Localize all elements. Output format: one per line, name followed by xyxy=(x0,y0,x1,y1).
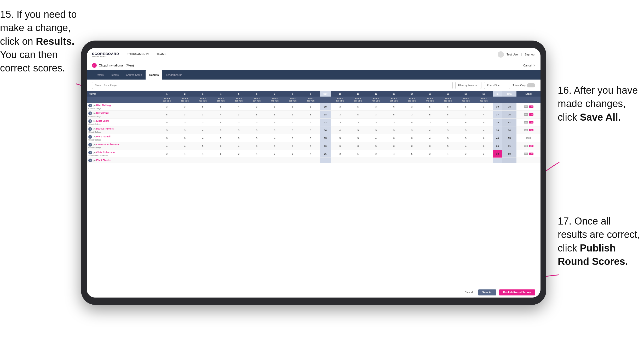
col-in: In xyxy=(493,91,502,97)
total-score: 71 xyxy=(502,142,516,150)
badge-wd: WD xyxy=(524,121,528,124)
score-cell[interactable]: 5 xyxy=(421,103,439,111)
nav-teams[interactable]: TEAMS xyxy=(157,51,166,58)
table-row: S(A) Chris Robertson Scoreboard Universi… xyxy=(87,150,540,158)
in-score: 37 xyxy=(493,111,502,119)
score-cell[interactable]: 3 xyxy=(158,103,176,111)
cancel-tournament[interactable]: Cancel ✕ xyxy=(523,64,535,67)
badge-dq: DQ xyxy=(529,153,533,155)
totals-only-switch[interactable] xyxy=(527,83,535,87)
score-cell[interactable]: 3 xyxy=(176,103,194,111)
label-cell xyxy=(516,158,540,163)
score-cell[interactable]: 5 xyxy=(349,103,367,111)
badge-dq: DQ xyxy=(529,121,533,124)
tab-leaderboards[interactable]: Leaderboards xyxy=(162,70,186,80)
sub-14: PAR:3183 YDS xyxy=(403,97,421,103)
sort-icon: S xyxy=(88,111,92,115)
score-cell[interactable]: 6 xyxy=(439,103,457,111)
header-divider: | xyxy=(521,53,522,56)
totals-only-toggle[interactable]: Totals Only xyxy=(513,83,535,87)
sort-icon: S xyxy=(88,119,92,123)
score-cell[interactable]: 6 xyxy=(284,103,302,111)
in-score-highlighted: 33 xyxy=(493,150,502,158)
player-cell: S(A) David Ford Clippd College xyxy=(87,111,158,119)
col-label: Label xyxy=(516,91,540,97)
badge-wd: WD xyxy=(524,113,528,116)
out-score: 39 xyxy=(320,103,331,111)
col-13: 13 xyxy=(385,91,403,97)
in-score: 35 xyxy=(493,142,502,150)
col-5: 5 xyxy=(230,91,248,97)
in-score: 38 xyxy=(493,126,502,134)
score-cell[interactable]: 4 xyxy=(230,103,248,111)
nav-tournaments[interactable]: TOURNAMENTS xyxy=(127,51,149,58)
score-cell[interactable]: 3 xyxy=(248,103,266,111)
scores-table: Player 1 2 3 4 5 6 7 8 9 Out 10 11 12 xyxy=(87,91,540,163)
score-cell[interactable]: 5 xyxy=(302,103,320,111)
out-score: 32 xyxy=(320,119,331,126)
player-team: Clippd College xyxy=(88,123,157,125)
table-row: S(A) Marcus Turners Clippd College 53453… xyxy=(87,126,540,134)
sort-icon: S xyxy=(88,104,92,107)
sub-13: PAR:4385 YDS xyxy=(385,97,403,103)
score-cell[interactable]: 3 xyxy=(475,103,493,111)
sub-total xyxy=(502,97,516,103)
tab-course-setup[interactable]: Course Setup xyxy=(122,70,146,80)
sign-out-link[interactable]: Sign out xyxy=(525,53,535,56)
col-12: 12 xyxy=(367,91,385,97)
col-1: 1 xyxy=(158,91,176,97)
sub-5: PAR:5536 YDS xyxy=(230,97,248,103)
cancel-button[interactable]: Cancel xyxy=(462,290,475,295)
tournament-icon: C xyxy=(92,63,97,68)
round-dropdown[interactable]: Round 3 ▾ xyxy=(484,82,510,89)
sort-icon: S xyxy=(88,151,92,154)
total-score xyxy=(502,158,516,163)
sub-8: PAR:4391 YDS xyxy=(284,97,302,103)
score-cell[interactable]: 3 xyxy=(367,103,385,111)
header-right: TU Test User | Sign out xyxy=(498,51,535,58)
col-player: Player xyxy=(87,91,158,97)
tournament-gender: (Men) xyxy=(126,64,134,67)
score-cell[interactable]: 5 xyxy=(457,103,475,111)
filter-bar: Filter by team ▾ Round 3 ▾ Totals Only xyxy=(87,80,540,91)
sub-18: PAR:4422 YDS xyxy=(475,97,493,103)
score-cell[interactable]: 3 xyxy=(331,103,349,111)
in-score xyxy=(493,158,502,163)
team-filter-dropdown[interactable]: Filter by team ▾ xyxy=(455,82,481,89)
score-cell[interactable]: 5 xyxy=(194,103,212,111)
sub-7: PAR:4445 YDS xyxy=(266,97,284,103)
sort-icon: S xyxy=(88,143,92,147)
tab-details[interactable]: Details xyxy=(92,70,107,80)
app-header: SCOREBOARD Powered by clippd TOURNAMENTS… xyxy=(87,48,540,61)
player-cell: S(A) Cameron Robertson... Clippd College xyxy=(87,142,158,150)
total-score: 75 xyxy=(502,111,516,119)
in-score: 40 xyxy=(493,134,502,142)
search-input[interactable] xyxy=(92,82,453,89)
col-15: 15 xyxy=(421,91,439,97)
totals-only-label: Totals Only xyxy=(513,84,526,87)
player-name: Piers Parnell xyxy=(96,135,111,138)
sub-11: PAR:3180 YDS xyxy=(349,97,367,103)
score-cell[interactable]: 5 xyxy=(266,103,284,111)
publish-button[interactable]: Publish Round Scores xyxy=(499,289,535,295)
out-score xyxy=(320,158,331,163)
nav-links: TOURNAMENTS TEAMS xyxy=(127,51,498,58)
score-cell[interactable]: 3 xyxy=(403,103,421,111)
player-name: Blair McHarg xyxy=(96,104,111,107)
sort-icon: S xyxy=(88,159,92,162)
col-4: 4 xyxy=(212,91,230,97)
out-score: 36 xyxy=(320,126,331,134)
tab-results[interactable]: Results xyxy=(146,70,162,80)
col-3: 3 xyxy=(194,91,212,97)
save-all-button[interactable]: Save All xyxy=(478,289,497,295)
sub-4: PAR:3166 YDS xyxy=(212,97,230,103)
label-cell: WDDQ xyxy=(516,119,540,126)
table-row: S(A) David Ford Clippd College 633435635… xyxy=(87,111,540,119)
tab-teams[interactable]: Teams xyxy=(107,70,122,80)
col-7: 7 xyxy=(266,91,284,97)
badge-dq: DQ xyxy=(529,113,533,116)
sub-in xyxy=(493,97,502,103)
score-cell[interactable]: 5 xyxy=(212,103,230,111)
score-cell[interactable]: 6 xyxy=(385,103,403,111)
player-name: Marcus Turners xyxy=(96,127,114,130)
